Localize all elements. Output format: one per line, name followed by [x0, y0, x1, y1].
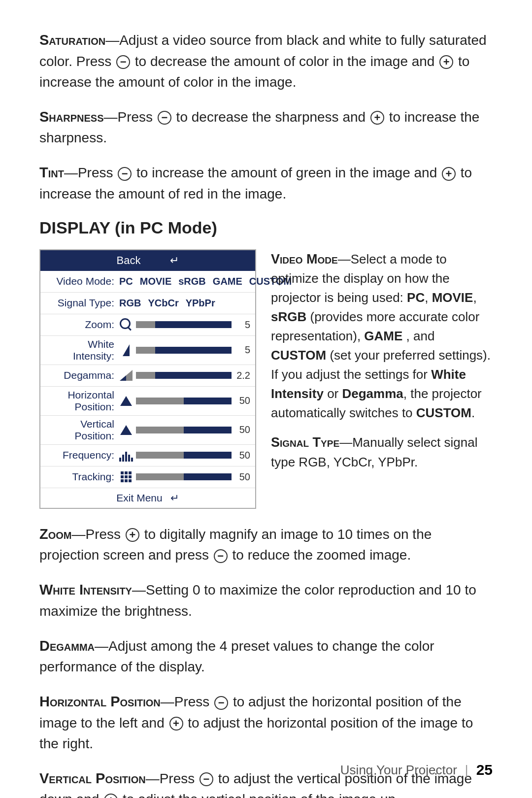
wi-value: 5 [234, 344, 250, 356]
vert-pos-icon [119, 423, 133, 437]
horiz-pos-term: Horizontal Position [39, 694, 161, 709]
osd-menu: Back ↵ Video Mode: PC MOVIE sRGB GAME CU… [39, 249, 256, 509]
osd-label-video-mode: Video Mode: [45, 275, 119, 287]
plus-btn-tint: + [442, 167, 456, 181]
track-bar [136, 473, 232, 480]
osd-header-arrow: ↵ [170, 254, 179, 267]
osd-row-video-mode: Video Mode: PC MOVIE sRGB GAME CUSTOM [40, 271, 255, 293]
zoom-bar [136, 321, 232, 328]
saturation-paragraph: Saturation—Adjust a video source from bl… [39, 30, 493, 93]
zoom-term: Zoom [39, 526, 72, 542]
osd-header: Back ↵ [40, 250, 255, 271]
dg-value: 2.2 [234, 370, 250, 381]
display-pc-mode-heading: DISPLAY (in PC Mode) [39, 218, 493, 237]
osd-label-vert-pos: Vertical Position: [45, 418, 119, 442]
osd-exit-label[interactable]: Exit Menu [116, 492, 162, 504]
vert-pos-term: Vertical Position [39, 770, 146, 786]
page-footer: Using Your Projector | 25 [340, 762, 493, 778]
mode-game[interactable]: GAME [213, 276, 242, 287]
minus-btn-vert: − [200, 772, 213, 786]
signal-rgb[interactable]: RGB [119, 298, 141, 309]
mode-movie[interactable]: MOVIE [140, 276, 171, 287]
osd-row-zoom: Zoom: 5 [40, 314, 255, 336]
osd-bar-hp: 50 [119, 394, 250, 408]
osd-row-horiz-pos: Horizontal Position: 50 [40, 387, 255, 416]
osd-row-signal-type: Signal Type: RGB YCbCr YPbPr [40, 293, 255, 314]
white-intensity-term: White Intensity [39, 582, 132, 598]
minus-btn-saturation: − [116, 55, 130, 69]
plus-btn-horiz: + [169, 717, 183, 731]
degamma-term: Degamma [39, 638, 95, 654]
horiz-pos-icon [119, 394, 133, 408]
minus-btn-tint: − [118, 167, 132, 181]
tint-text: —Press − to increase the amount of green… [39, 165, 472, 201]
white-intensity-description: White Intensity—Setting 0 to maximize th… [39, 579, 493, 622]
osd-bar-wi: 5 [119, 343, 250, 357]
osd-bar-freq: 50 [119, 448, 250, 462]
osd-modes: PC MOVIE sRGB GAME CUSTOM [119, 276, 292, 287]
plus-btn-zoom: + [126, 528, 139, 542]
osd-label-degamma: Degamma: [45, 369, 119, 381]
osd-label-horiz-pos: Horizontal Position: [45, 389, 119, 413]
hp-value: 50 [234, 395, 250, 406]
osd-value-video-mode: PC MOVIE sRGB GAME CUSTOM [119, 276, 292, 287]
minus-btn-sharpness: − [158, 111, 171, 125]
mode-srgb[interactable]: sRGB [178, 276, 206, 287]
osd-row-white-intensity: White Intensity: 5 [40, 336, 255, 365]
osd-row-frequency: Frequency: [40, 445, 255, 466]
tint-term: Tint [39, 165, 64, 180]
zoom-value: 5 [234, 319, 250, 331]
tracking-icon [119, 470, 133, 484]
osd-value-tracking: 50 [119, 470, 250, 484]
osd-value-white-intensity: 5 [119, 343, 250, 357]
white-intensity-icon [119, 343, 133, 357]
page-content: Saturation—Adjust a video source from bl… [39, 30, 493, 798]
osd-bar-zoom: 5 [119, 318, 250, 332]
minus-btn-horiz: − [214, 696, 228, 710]
osd-value-frequency: 50 [119, 448, 250, 462]
tint-paragraph: Tint—Press − to increase the amount of g… [39, 162, 493, 204]
plus-btn-saturation: + [439, 55, 453, 69]
osd-signal-types: RGB YCbCr YPbPr [119, 298, 215, 309]
sharpness-paragraph: Sharpness—Press − to decrease the sharpn… [39, 106, 493, 149]
osd-bar-track: 50 [119, 470, 250, 484]
osd-value-zoom: 5 [119, 318, 250, 332]
osd-side-descriptions: Video Mode—Select a mode to optimize the… [271, 249, 493, 509]
osd-bar-vp: 50 [119, 423, 250, 437]
osd-label-signal-type: Signal Type: [45, 297, 119, 309]
wi-bar [136, 347, 232, 354]
osd-back-label[interactable]: Back [117, 254, 141, 267]
mode-pc[interactable]: PC [119, 276, 133, 287]
saturation-term: Saturation [39, 32, 105, 48]
osd-value-signal-type: RGB YCbCr YPbPr [119, 298, 250, 309]
osd-value-vert-pos: 50 [119, 423, 250, 437]
sharpness-term: Sharpness [39, 109, 103, 125]
degamma-description: Degamma—Adjust among the 4 preset values… [39, 635, 493, 678]
osd-value-degamma: 2.2 [119, 368, 250, 382]
signal-ycbcr[interactable]: YCbCr [148, 298, 178, 309]
plus-btn-vert: + [104, 794, 118, 798]
minus-btn-zoom: − [214, 549, 228, 563]
frequency-icon [119, 448, 133, 462]
osd-value-horiz-pos: 50 [119, 394, 250, 408]
sharpness-text: —Press − to decrease the sharpness and +… [39, 109, 479, 146]
freq-value: 50 [234, 450, 250, 461]
page-number: 25 [476, 762, 493, 778]
osd-row-vert-pos: Vertical Position: 50 [40, 416, 255, 445]
zoom-description: Zoom—Press + to digitally magnify an ima… [39, 524, 493, 566]
vp-bar [136, 427, 232, 433]
horiz-pos-description: Horizontal Position—Press − to adjust th… [39, 691, 493, 754]
osd-exit-arrow: ↵ [170, 492, 179, 504]
hp-bar [136, 398, 232, 404]
video-mode-side-term: Video Mode [271, 252, 338, 266]
freq-bar [136, 452, 232, 459]
osd-label-frequency: Frequency: [45, 449, 119, 461]
track-value: 50 [234, 471, 250, 483]
osd-label-white-intensity: White Intensity: [45, 338, 119, 362]
vp-value: 50 [234, 424, 250, 435]
dg-bar [136, 372, 232, 379]
osd-label-zoom: Zoom: [45, 319, 119, 331]
saturation-text: —Adjust a video source from black and wh… [39, 33, 487, 90]
signal-type-side-term: Signal Type [271, 435, 339, 450]
signal-ypbpr[interactable]: YPbPr [186, 298, 215, 309]
